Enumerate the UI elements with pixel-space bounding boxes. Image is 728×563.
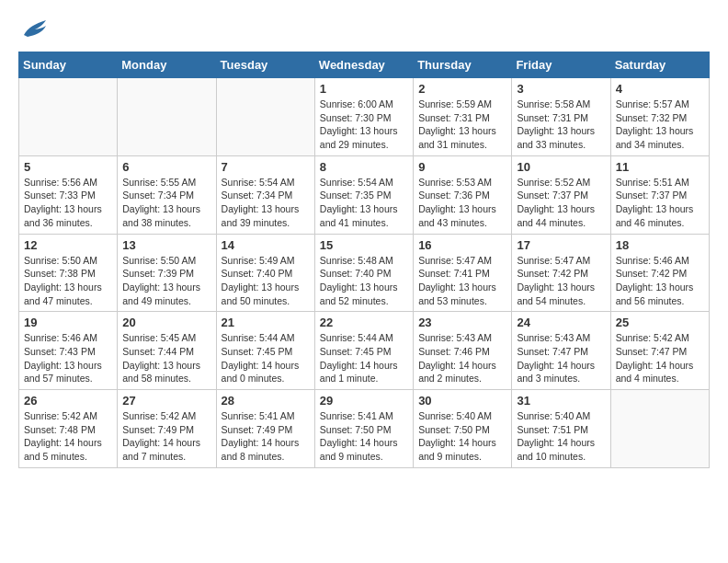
cell-content: Sunrise: 5:49 AM Sunset: 7:40 PM Dayligh… xyxy=(222,254,310,308)
calendar-cell: 12Sunrise: 5:50 AM Sunset: 7:38 PM Dayli… xyxy=(19,234,118,312)
day-number: 21 xyxy=(222,316,310,329)
day-number: 20 xyxy=(122,316,210,329)
calendar-cell xyxy=(19,78,118,156)
cell-content: Sunrise: 5:44 AM Sunset: 7:45 PM Dayligh… xyxy=(320,331,408,385)
calendar-cell: 8Sunrise: 5:54 AM Sunset: 7:35 PM Daylig… xyxy=(314,155,413,234)
day-number: 22 xyxy=(320,316,408,329)
header-sunday: Sunday xyxy=(19,52,118,78)
cell-content: Sunrise: 5:58 AM Sunset: 7:31 PM Dayligh… xyxy=(517,98,605,152)
day-number: 1 xyxy=(320,82,408,96)
cell-content: Sunrise: 5:52 AM Sunset: 7:37 PM Dayligh… xyxy=(517,176,605,230)
calendar-cell: 10Sunrise: 5:52 AM Sunset: 7:37 PM Dayli… xyxy=(512,155,610,234)
cell-content: Sunrise: 5:45 AM Sunset: 7:44 PM Dayligh… xyxy=(122,331,210,385)
day-number: 25 xyxy=(616,316,704,329)
cell-content: Sunrise: 5:46 AM Sunset: 7:43 PM Dayligh… xyxy=(24,331,112,385)
day-number: 28 xyxy=(222,394,310,408)
day-number: 24 xyxy=(517,316,605,329)
cell-content: Sunrise: 5:40 AM Sunset: 7:51 PM Dayligh… xyxy=(517,409,605,464)
day-number: 14 xyxy=(222,238,310,252)
day-number: 12 xyxy=(24,238,112,252)
day-number: 5 xyxy=(24,160,112,174)
calendar-table: SundayMondayTuesdayWednesdayThursdayFrid… xyxy=(18,52,710,468)
calendar-cell: 13Sunrise: 5:50 AM Sunset: 7:39 PM Dayli… xyxy=(118,234,216,312)
calendar-cell: 19Sunrise: 5:46 AM Sunset: 7:43 PM Dayli… xyxy=(19,312,118,390)
day-number: 29 xyxy=(320,394,408,408)
header-wednesday: Wednesday xyxy=(314,52,413,78)
cell-content: Sunrise: 5:44 AM Sunset: 7:45 PM Dayligh… xyxy=(222,331,310,385)
page-header xyxy=(18,18,710,42)
day-number: 17 xyxy=(517,238,605,252)
day-number: 10 xyxy=(517,160,605,174)
cell-content: Sunrise: 5:54 AM Sunset: 7:35 PM Dayligh… xyxy=(320,176,408,230)
logo xyxy=(18,18,48,42)
header-thursday: Thursday xyxy=(414,52,512,78)
day-number: 8 xyxy=(320,160,408,174)
calendar-cell: 16Sunrise: 5:47 AM Sunset: 7:41 PM Dayli… xyxy=(414,234,512,312)
cell-content: Sunrise: 5:41 AM Sunset: 7:50 PM Dayligh… xyxy=(320,409,408,464)
day-number: 3 xyxy=(517,82,605,96)
calendar-cell: 3Sunrise: 5:58 AM Sunset: 7:31 PM Daylig… xyxy=(512,78,610,156)
cell-content: Sunrise: 5:42 AM Sunset: 7:49 PM Dayligh… xyxy=(122,409,210,464)
day-number: 30 xyxy=(418,394,506,408)
day-number: 31 xyxy=(517,394,605,408)
calendar-cell: 21Sunrise: 5:44 AM Sunset: 7:45 PM Dayli… xyxy=(216,312,314,390)
calendar-week-row: 5Sunrise: 5:56 AM Sunset: 7:33 PM Daylig… xyxy=(19,155,710,234)
day-number: 13 xyxy=(122,238,210,252)
calendar-cell: 30Sunrise: 5:40 AM Sunset: 7:50 PM Dayli… xyxy=(414,390,512,468)
header-tuesday: Tuesday xyxy=(216,52,314,78)
calendar-cell: 2Sunrise: 5:59 AM Sunset: 7:31 PM Daylig… xyxy=(414,78,512,156)
day-number: 23 xyxy=(418,316,506,329)
header-monday: Monday xyxy=(118,52,216,78)
day-number: 6 xyxy=(122,160,210,174)
cell-content: Sunrise: 5:56 AM Sunset: 7:33 PM Dayligh… xyxy=(24,176,112,230)
calendar-cell: 27Sunrise: 5:42 AM Sunset: 7:49 PM Dayli… xyxy=(118,390,216,468)
cell-content: Sunrise: 5:50 AM Sunset: 7:38 PM Dayligh… xyxy=(24,254,112,308)
calendar-week-row: 19Sunrise: 5:46 AM Sunset: 7:43 PM Dayli… xyxy=(19,312,710,390)
cell-content: Sunrise: 5:46 AM Sunset: 7:42 PM Dayligh… xyxy=(616,254,704,308)
calendar-cell: 9Sunrise: 5:53 AM Sunset: 7:36 PM Daylig… xyxy=(414,155,512,234)
cell-content: Sunrise: 6:00 AM Sunset: 7:30 PM Dayligh… xyxy=(320,98,408,152)
calendar-cell xyxy=(118,78,216,156)
calendar-header-row: SundayMondayTuesdayWednesdayThursdayFrid… xyxy=(19,52,710,78)
cell-content: Sunrise: 5:53 AM Sunset: 7:36 PM Dayligh… xyxy=(418,176,506,230)
calendar-cell: 11Sunrise: 5:51 AM Sunset: 7:37 PM Dayli… xyxy=(610,155,709,234)
calendar-cell: 31Sunrise: 5:40 AM Sunset: 7:51 PM Dayli… xyxy=(512,390,610,468)
day-number: 27 xyxy=(122,394,210,408)
cell-content: Sunrise: 5:57 AM Sunset: 7:32 PM Dayligh… xyxy=(616,98,704,152)
calendar-cell: 5Sunrise: 5:56 AM Sunset: 7:33 PM Daylig… xyxy=(19,155,118,234)
calendar-cell: 29Sunrise: 5:41 AM Sunset: 7:50 PM Dayli… xyxy=(314,390,413,468)
cell-content: Sunrise: 5:41 AM Sunset: 7:49 PM Dayligh… xyxy=(222,409,310,464)
cell-content: Sunrise: 5:55 AM Sunset: 7:34 PM Dayligh… xyxy=(122,176,210,230)
cell-content: Sunrise: 5:42 AM Sunset: 7:48 PM Dayligh… xyxy=(24,409,112,464)
cell-content: Sunrise: 5:43 AM Sunset: 7:47 PM Dayligh… xyxy=(517,331,605,385)
calendar-cell xyxy=(610,390,709,468)
calendar-cell: 20Sunrise: 5:45 AM Sunset: 7:44 PM Dayli… xyxy=(118,312,216,390)
day-number: 9 xyxy=(418,160,506,174)
cell-content: Sunrise: 5:51 AM Sunset: 7:37 PM Dayligh… xyxy=(616,176,704,230)
calendar-cell: 28Sunrise: 5:41 AM Sunset: 7:49 PM Dayli… xyxy=(216,390,314,468)
calendar-cell: 22Sunrise: 5:44 AM Sunset: 7:45 PM Dayli… xyxy=(314,312,413,390)
calendar-cell xyxy=(216,78,314,156)
calendar-week-row: 1Sunrise: 6:00 AM Sunset: 7:30 PM Daylig… xyxy=(19,78,710,156)
day-number: 7 xyxy=(222,160,310,174)
calendar-cell: 7Sunrise: 5:54 AM Sunset: 7:34 PM Daylig… xyxy=(216,155,314,234)
calendar-cell: 24Sunrise: 5:43 AM Sunset: 7:47 PM Dayli… xyxy=(512,312,610,390)
cell-content: Sunrise: 5:50 AM Sunset: 7:39 PM Dayligh… xyxy=(122,254,210,308)
day-number: 4 xyxy=(616,82,704,96)
calendar-cell: 25Sunrise: 5:42 AM Sunset: 7:47 PM Dayli… xyxy=(610,312,709,390)
cell-content: Sunrise: 5:54 AM Sunset: 7:34 PM Dayligh… xyxy=(222,176,310,230)
day-number: 2 xyxy=(418,82,506,96)
day-number: 16 xyxy=(418,238,506,252)
calendar-cell: 23Sunrise: 5:43 AM Sunset: 7:46 PM Dayli… xyxy=(414,312,512,390)
calendar-cell: 14Sunrise: 5:49 AM Sunset: 7:40 PM Dayli… xyxy=(216,234,314,312)
header-friday: Friday xyxy=(512,52,610,78)
header-saturday: Saturday xyxy=(610,52,709,78)
cell-content: Sunrise: 5:48 AM Sunset: 7:40 PM Dayligh… xyxy=(320,254,408,308)
calendar-cell: 15Sunrise: 5:48 AM Sunset: 7:40 PM Dayli… xyxy=(314,234,413,312)
day-number: 11 xyxy=(616,160,704,174)
calendar-cell: 17Sunrise: 5:47 AM Sunset: 7:42 PM Dayli… xyxy=(512,234,610,312)
cell-content: Sunrise: 5:42 AM Sunset: 7:47 PM Dayligh… xyxy=(616,331,704,385)
calendar-cell: 26Sunrise: 5:42 AM Sunset: 7:48 PM Dayli… xyxy=(19,390,118,468)
calendar-week-row: 26Sunrise: 5:42 AM Sunset: 7:48 PM Dayli… xyxy=(19,390,710,468)
calendar-cell: 1Sunrise: 6:00 AM Sunset: 7:30 PM Daylig… xyxy=(314,78,413,156)
